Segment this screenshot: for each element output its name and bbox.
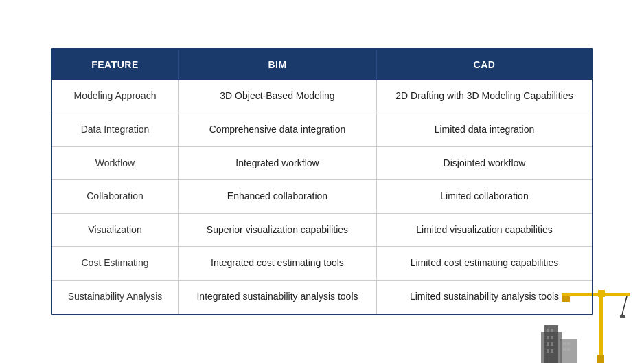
svg-rect-11: [563, 342, 566, 345]
table-row: Sustainability AnalysisIntegrated sustai…: [52, 280, 592, 313]
svg-rect-8: [547, 349, 549, 353]
cell-cad: Disjointed workflow: [376, 146, 592, 180]
svg-rect-9: [551, 349, 553, 353]
table-row: Data IntegrationComprehensive data integ…: [52, 113, 592, 147]
comparison-table-wrapper: FEATURE BIM CAD Modeling Approach3D Obje…: [51, 48, 593, 314]
svg-rect-7: [551, 342, 553, 346]
comparison-table: FEATURE BIM CAD Modeling Approach3D Obje…: [52, 50, 592, 313]
svg-rect-20: [620, 315, 625, 318]
cell-cad: Limited sustainability analysis tools: [376, 280, 592, 313]
table-row: VisualizationSuperior visualization capa…: [52, 213, 592, 247]
svg-rect-15: [599, 294, 603, 363]
cell-cad: Limited visualization capabilities: [376, 213, 592, 247]
cell-feature: Data Integration: [52, 113, 179, 147]
cell-cad: Limited cost estimating capabilities: [376, 247, 592, 280]
cell-cad: Limited data integration: [376, 113, 592, 147]
table-row: WorkflowIntegrated workflowDisjointed wo…: [52, 146, 592, 180]
cell-bim: Integrated workflow: [179, 146, 377, 180]
cell-cad: 2D Drafting with 3D Modeling Capabilitie…: [376, 80, 592, 113]
svg-rect-3: [551, 329, 553, 332]
cell-feature: Sustainability Analysis: [52, 280, 179, 313]
page-container: FEATURE BIM CAD Modeling Approach3D Obje…: [0, 0, 644, 363]
svg-rect-22: [597, 355, 604, 363]
cell-bim: 3D Object-Based Modeling: [179, 80, 377, 113]
svg-rect-14: [567, 348, 570, 351]
svg-rect-13: [563, 348, 566, 351]
svg-rect-4: [547, 336, 549, 339]
cell-bim: Integrated cost estimating tools: [179, 247, 377, 280]
table-row: Cost EstimatingIntegrated cost estimatin…: [52, 247, 592, 280]
cell-bim: Enhanced collaboration: [179, 180, 377, 214]
cell-cad: Limited collaboration: [376, 180, 592, 214]
cell-bim: Superior visualization capabilities: [179, 213, 377, 247]
table-row: CollaborationEnhanced collaborationLimit…: [52, 180, 592, 214]
svg-rect-2: [547, 329, 549, 332]
svg-rect-6: [547, 342, 549, 346]
cell-feature: Cost Estimating: [52, 247, 179, 280]
col-header-bim: BIM: [179, 50, 377, 80]
cell-feature: Collaboration: [52, 180, 179, 214]
cell-bim: Comprehensive data integration: [179, 113, 377, 147]
cell-feature: Workflow: [52, 146, 179, 180]
cell-feature: Visualization: [52, 213, 179, 247]
col-header-feature: FEATURE: [52, 50, 179, 80]
col-header-cad: CAD: [376, 50, 592, 80]
svg-rect-5: [551, 336, 553, 339]
table-header-row: FEATURE BIM CAD: [52, 50, 592, 80]
cell-bim: Integrated sustainability analysis tools: [179, 280, 377, 313]
svg-rect-12: [567, 342, 570, 345]
cell-feature: Modeling Approach: [52, 80, 179, 113]
svg-line-19: [622, 296, 627, 315]
table-row: Modeling Approach3D Object-Based Modelin…: [52, 80, 592, 113]
svg-rect-18: [598, 290, 605, 297]
